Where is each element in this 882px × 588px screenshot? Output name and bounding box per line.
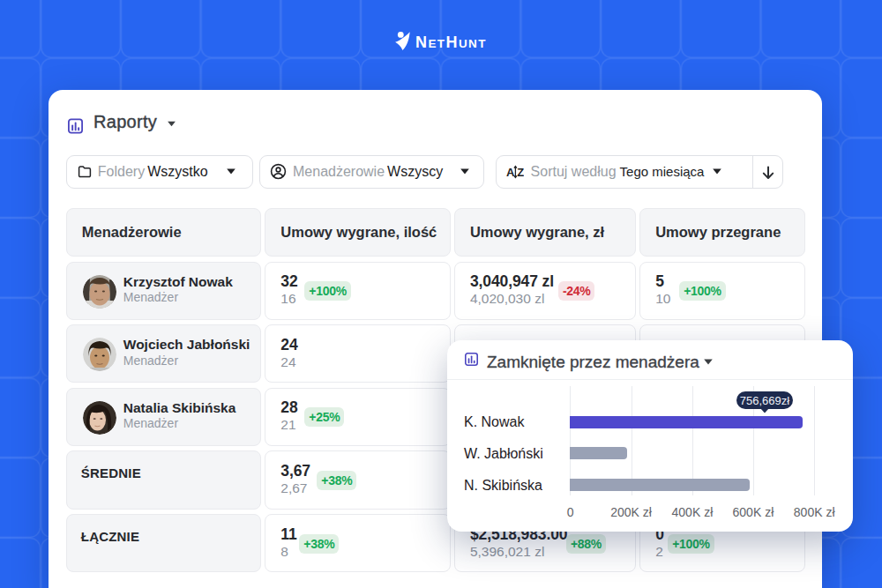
svg-text:ET: ET	[428, 37, 445, 50]
svg-text:UNT: UNT	[459, 37, 487, 50]
svg-text:Z: Z	[517, 166, 524, 179]
svg-text:N: N	[415, 33, 427, 51]
svg-text:H: H	[446, 33, 458, 51]
